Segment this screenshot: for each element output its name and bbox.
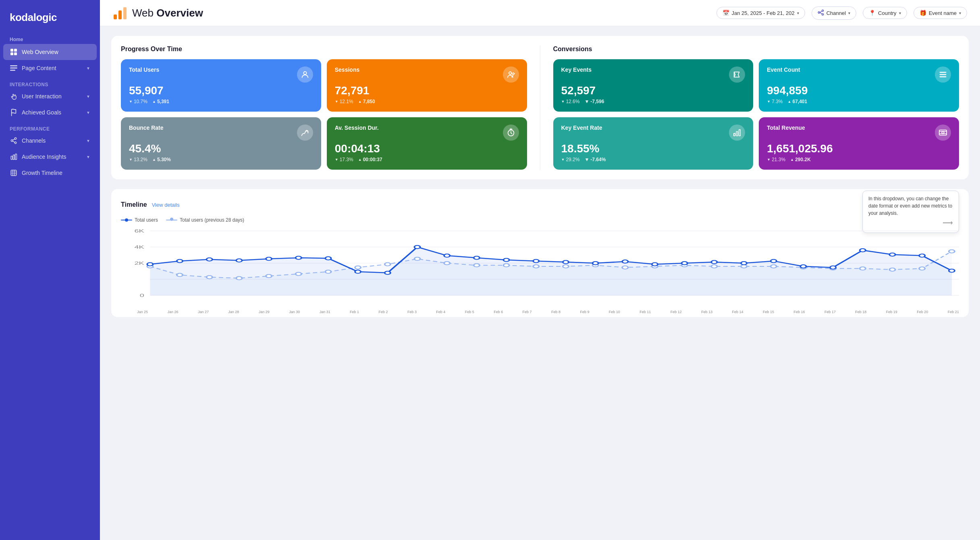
kodalogic-logo-icon bbox=[113, 6, 127, 20]
svg-point-63 bbox=[711, 265, 717, 268]
svg-point-7 bbox=[15, 138, 17, 140]
chevron-down-icon: ▼ bbox=[86, 94, 90, 99]
svg-text:6K: 6K bbox=[135, 228, 145, 233]
sidebar-item-growth-timeline[interactable]: Growth Timeline bbox=[0, 165, 100, 181]
x-label: Feb 6 bbox=[494, 310, 503, 314]
svg-point-58 bbox=[563, 265, 569, 268]
card-label: Key Events bbox=[561, 66, 592, 73]
svg-point-92 bbox=[741, 262, 747, 265]
chart-bar-icon bbox=[10, 153, 18, 161]
svg-point-85 bbox=[533, 260, 539, 263]
event-icon: 🎁 bbox=[920, 10, 926, 16]
card-label: Bounce Rate bbox=[129, 125, 164, 131]
svg-point-19 bbox=[822, 13, 823, 15]
svg-point-57 bbox=[533, 265, 539, 268]
card-key-events: Key Events 52,597 12.6% ▼ -7,596 bbox=[553, 59, 754, 112]
svg-rect-12 bbox=[15, 154, 17, 160]
card-bounce-rate: Bounce Rate 45.4% 13.2% 5.30% bbox=[121, 117, 321, 170]
view-details-link[interactable]: View details bbox=[152, 202, 180, 208]
sidebar-home-label: Home bbox=[0, 33, 100, 44]
svg-rect-31 bbox=[939, 130, 947, 135]
svg-point-50 bbox=[325, 270, 331, 273]
card-delta: 5.30% bbox=[152, 157, 171, 162]
card-change-pct: 29.2% bbox=[561, 157, 580, 162]
card-change-pct: 21.3% bbox=[767, 157, 785, 162]
svg-rect-16 bbox=[123, 7, 127, 19]
svg-point-65 bbox=[771, 265, 777, 268]
x-label: Feb 15 bbox=[763, 310, 774, 314]
svg-rect-1 bbox=[14, 49, 17, 52]
progress-cards-grid: Total Users 55,907 10.7% 5,391 bbox=[121, 59, 527, 170]
legend-line-solid bbox=[121, 220, 132, 220]
svg-point-82 bbox=[444, 254, 450, 257]
hand-icon bbox=[10, 92, 18, 100]
x-label: Feb 10 bbox=[609, 310, 620, 314]
sidebar-section-performance: Performance bbox=[0, 120, 100, 133]
country-filter-label: Country bbox=[878, 10, 897, 16]
svg-point-32 bbox=[942, 131, 944, 134]
card-header: Total Users bbox=[129, 66, 313, 83]
card-delta: 67,401 bbox=[788, 99, 808, 104]
card-value: 00:04:13 bbox=[335, 142, 519, 155]
card-label: Total Users bbox=[129, 66, 159, 73]
legend-label: Total users bbox=[135, 217, 158, 223]
card-total-users: Total Users 55,907 10.7% 5,391 bbox=[121, 59, 321, 112]
svg-point-48 bbox=[266, 274, 272, 278]
event-count-icon bbox=[935, 66, 951, 83]
card-value: 994,859 bbox=[767, 84, 951, 97]
sidebar-item-user-interaction[interactable]: User Interaction ▼ bbox=[0, 88, 100, 104]
svg-rect-4 bbox=[10, 65, 17, 66]
svg-point-52 bbox=[385, 263, 390, 266]
event-filter[interactable]: 🎁 Event name ▾ bbox=[914, 7, 967, 19]
legend-line-dashed bbox=[166, 220, 177, 220]
chevron-down-icon: ▾ bbox=[959, 11, 961, 15]
x-label: Feb 5 bbox=[465, 310, 474, 314]
chevron-down-icon: ▼ bbox=[86, 66, 90, 71]
date-filter[interactable]: 📅 Jan 25, 2025 - Feb 21, 202 ▾ bbox=[716, 7, 805, 19]
country-filter[interactable]: 📍 Country ▾ bbox=[863, 7, 907, 19]
card-av-session-dur: Av. Session Dur. 00:04:13 bbox=[327, 117, 527, 170]
svg-point-93 bbox=[771, 260, 777, 263]
chevron-down-icon: ▾ bbox=[848, 11, 850, 15]
svg-point-83 bbox=[474, 256, 480, 260]
channel-filter[interactable]: Channel ▾ bbox=[812, 6, 856, 20]
table-icon bbox=[10, 169, 18, 177]
svg-point-46 bbox=[206, 276, 212, 279]
x-label: Feb 1 bbox=[350, 310, 359, 314]
sidebar-item-page-content[interactable]: Page Content ▼ bbox=[0, 60, 100, 76]
card-delta: 7,850 bbox=[358, 99, 375, 104]
svg-point-69 bbox=[889, 268, 895, 271]
x-label: Jan 29 bbox=[259, 310, 270, 314]
timeline-header: Timeline View details In this dropdown, … bbox=[121, 199, 959, 211]
card-value: 18.55% bbox=[561, 142, 745, 155]
calendar-icon: 📅 bbox=[723, 10, 729, 16]
x-label: Feb 7 bbox=[523, 310, 532, 314]
x-label: Feb 16 bbox=[793, 310, 805, 314]
svg-rect-28 bbox=[734, 133, 735, 136]
page-content-area: Progress Over Time Total Users bbox=[100, 26, 980, 540]
sidebar-item-audience-insights[interactable]: Audience Insights ▼ bbox=[0, 149, 100, 165]
sidebar-item-web-overview[interactable]: Web Overview bbox=[3, 44, 97, 60]
sidebar-item-label: Page Content bbox=[22, 65, 56, 71]
svg-rect-6 bbox=[10, 70, 15, 71]
progress-over-time-group: Progress Over Time Total Users bbox=[121, 46, 527, 170]
card-footer: 29.2% ▼ -7.64% bbox=[561, 157, 745, 162]
revenue-icon bbox=[935, 125, 951, 141]
svg-point-97 bbox=[889, 253, 895, 256]
timer-icon bbox=[503, 125, 519, 141]
svg-rect-13 bbox=[11, 170, 17, 176]
svg-point-99 bbox=[949, 269, 955, 272]
x-label: Feb 17 bbox=[824, 310, 836, 314]
card-footer: 21.3% 290.2K bbox=[767, 157, 951, 162]
legend-dot-dashed bbox=[170, 218, 173, 221]
svg-point-96 bbox=[860, 249, 866, 252]
sidebar-item-channels[interactable]: Channels ▼ bbox=[0, 133, 100, 149]
svg-rect-10 bbox=[11, 156, 12, 160]
cards-section: Progress Over Time Total Users bbox=[111, 36, 969, 179]
card-change-pct: 17.3% bbox=[335, 157, 353, 162]
card-header: Key Events bbox=[561, 66, 745, 83]
sidebar-item-achieved-goals[interactable]: Achieved Goals ▼ bbox=[0, 104, 100, 120]
sessions-icon bbox=[503, 66, 519, 83]
x-label: Feb 9 bbox=[580, 310, 589, 314]
svg-rect-0 bbox=[10, 49, 13, 52]
